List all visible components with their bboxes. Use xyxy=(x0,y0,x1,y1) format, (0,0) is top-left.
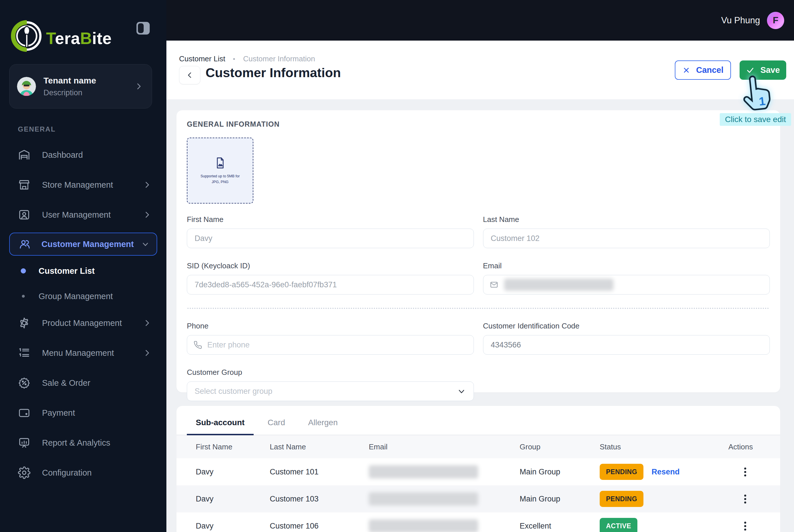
brand-part: B xyxy=(80,29,92,48)
sidebar-item-customer-management[interactable]: Customer Management xyxy=(9,233,157,255)
cell-status: PENDING xyxy=(600,491,729,507)
brand-part: T xyxy=(46,29,55,48)
redacted-email-value xyxy=(369,492,478,506)
table-header-row: First Name Last Name Email Group Status … xyxy=(176,435,780,458)
column-header: Actions xyxy=(729,442,780,451)
row-actions-kebab-icon[interactable] xyxy=(736,490,754,508)
sub-account-card: Sub-account Card Allergen First Name Las… xyxy=(176,406,780,532)
cell-last-name: Customer 103 xyxy=(270,495,369,504)
sidebar-item-dashboard[interactable]: Dashboard xyxy=(0,140,166,170)
breadcrumb-parent[interactable]: Customer List xyxy=(179,54,225,63)
chevron-right-icon xyxy=(134,82,143,91)
avatar-upload-dropzone[interactable]: Supported up to 5MB for JPG, PNG xyxy=(187,138,253,204)
chevron-right-icon xyxy=(143,319,151,327)
cell-group: Main Group xyxy=(519,495,600,504)
table-row: Davy Customer 106 Excellent ACTIVE xyxy=(176,512,780,532)
general-info-form: First Name Last Name SID (Keycloack ID) … xyxy=(187,215,770,401)
storefront-icon xyxy=(18,178,31,191)
cell-last-name: Customer 106 xyxy=(270,521,369,531)
column-header: Status xyxy=(600,442,729,451)
brand-header: TeraBite xyxy=(0,0,166,60)
sidebar-item-label: Menu Management xyxy=(42,348,143,358)
row-actions-kebab-icon[interactable] xyxy=(736,517,754,532)
tab-sub-account[interactable]: Sub-account xyxy=(196,418,245,435)
sidebar-item-label: Payment xyxy=(42,408,151,418)
section-title: GENERAL INFORMATION xyxy=(187,120,770,128)
customer-group-placeholder: Select customer group xyxy=(195,387,457,396)
brand-name: TeraBite xyxy=(46,29,112,48)
save-tooltip: Click to save edit xyxy=(720,113,791,126)
sidebar-item-group-management[interactable]: Group Management xyxy=(0,284,166,308)
redacted-email-value xyxy=(369,519,478,532)
sidebar: TeraBite Tenant name Description xyxy=(0,0,166,532)
cic-field-group: Customer Identification Code xyxy=(483,322,770,355)
sidebar-collapse-toggle-icon[interactable] xyxy=(136,22,150,35)
customer-group-select[interactable]: Select customer group xyxy=(187,381,474,401)
sidebar-item-store-management[interactable]: Store Management xyxy=(0,170,166,200)
customer-identification-code-input[interactable] xyxy=(483,335,770,355)
back-button[interactable] xyxy=(179,66,201,84)
sidebar-nav: Dashboard Store Management User Manageme… xyxy=(0,140,166,488)
dashboard-icon xyxy=(18,149,31,161)
tenant-meta: Tenant name Description xyxy=(43,76,134,97)
chevron-down-icon xyxy=(457,387,466,396)
app-root: TeraBite Tenant name Description xyxy=(0,0,794,532)
resend-link[interactable]: Resend xyxy=(651,468,680,476)
column-header: Group xyxy=(519,442,600,451)
phone-field xyxy=(187,335,474,355)
save-button[interactable]: Save xyxy=(740,60,786,80)
column-header: Email xyxy=(369,442,519,451)
chevron-left-icon xyxy=(186,71,194,79)
sidebar-section-general: GENERAL xyxy=(18,125,56,133)
sidebar-item-menu-management[interactable]: Menu Management xyxy=(0,338,166,368)
page-title: Customer Information xyxy=(206,65,341,80)
cell-group: Main Group xyxy=(519,468,600,476)
tenant-card[interactable]: Tenant name Description xyxy=(9,64,152,109)
sidebar-item-product-management[interactable]: Product Management xyxy=(0,308,166,338)
sidebar-item-payment[interactable]: Payment xyxy=(0,398,166,428)
topbar: Vu Phung F xyxy=(166,0,794,41)
save-label: Save xyxy=(760,65,780,75)
cic-label: Customer Identification Code xyxy=(483,322,770,330)
wallet-icon xyxy=(18,406,31,419)
first-name-label: First Name xyxy=(187,215,474,224)
tab-allergen[interactable]: Allergen xyxy=(308,418,338,435)
sidebar-item-label: Product Management xyxy=(42,318,143,328)
sid-field-group: SID (Keycloack ID) xyxy=(187,261,474,294)
toggle-knob xyxy=(138,23,144,33)
terabite-logo-icon xyxy=(11,20,43,52)
phone-input[interactable] xyxy=(207,341,467,349)
status-badge: ACTIVE xyxy=(600,518,637,532)
close-icon xyxy=(682,66,691,74)
sid-label: SID (Keycloack ID) xyxy=(187,261,474,270)
sidebar-item-sale-order[interactable]: Sale & Order xyxy=(0,368,166,398)
tab-card[interactable]: Card xyxy=(268,418,285,435)
sidebar-item-user-management[interactable]: User Management xyxy=(0,200,166,230)
sid-input[interactable] xyxy=(187,275,474,294)
table-row: Davy Customer 103 Main Group PENDING xyxy=(176,486,780,512)
cell-status: ACTIVE xyxy=(600,518,729,532)
sidebar-item-configuration[interactable]: Configuration xyxy=(0,458,166,488)
first-name-input[interactable] xyxy=(187,229,474,248)
row-actions-kebab-icon[interactable] xyxy=(736,463,754,480)
sidebar-item-label: Dashboard xyxy=(42,150,151,160)
last-name-input[interactable] xyxy=(483,229,770,248)
brand-part: ite xyxy=(92,29,112,48)
last-name-label: Last Name xyxy=(483,215,770,224)
email-field[interactable] xyxy=(483,275,770,294)
cell-first-name: Davy xyxy=(196,521,270,531)
phone-icon xyxy=(193,341,202,349)
tenant-avatar xyxy=(17,77,36,96)
user-avatar: F xyxy=(767,12,784,29)
mail-icon xyxy=(490,280,498,289)
cancel-button[interactable]: Cancel xyxy=(675,60,731,80)
column-header: Last Name xyxy=(270,442,369,451)
avatar-initial: F xyxy=(773,15,778,26)
sidebar-item-customer-list[interactable]: Customer List xyxy=(0,258,166,284)
gear-flower-icon xyxy=(18,317,31,329)
user-menu[interactable]: Vu Phung F xyxy=(721,0,784,41)
phone-field-group: Phone xyxy=(187,322,474,355)
cancel-label: Cancel xyxy=(696,65,723,75)
sidebar-item-report-analytics[interactable]: Report & Analytics xyxy=(0,428,166,458)
chevron-right-icon xyxy=(143,180,151,189)
